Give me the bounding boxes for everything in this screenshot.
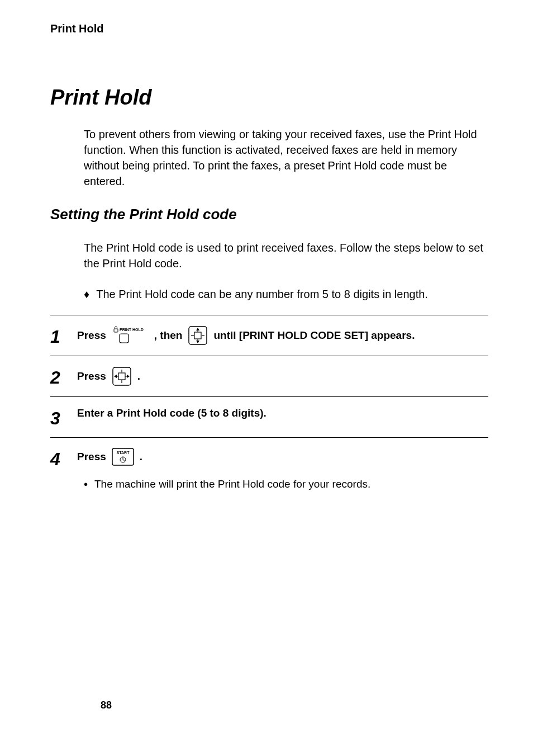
step2-period: . (137, 370, 140, 382)
svg-marker-7 (196, 328, 199, 330)
sub-paragraph: The Print Hold code is used to print rec… (84, 240, 488, 271)
svg-line-23 (123, 460, 125, 461)
section-subtitle: Setting the Print Hold code (50, 206, 488, 223)
nav-key-icon (188, 325, 208, 346)
svg-rect-12 (118, 373, 125, 380)
svg-marker-16 (127, 375, 130, 378)
diamond-icon: ♦ (84, 288, 89, 301)
step-3: 3 Enter a Print Hold code (5 to 8 digits… (50, 396, 488, 437)
page-number: 88 (101, 700, 112, 711)
step-number: 1 (50, 325, 77, 346)
start-button-icon: START (112, 448, 134, 466)
step-number: 4 (50, 448, 77, 468)
step1-press: Press (77, 329, 106, 342)
step-2: 2 Press . (50, 356, 488, 396)
bullet-dot-icon: • (84, 478, 88, 491)
step1-until: until [PRINT HOLD CODE SET] appears. (213, 329, 415, 342)
step-1: 1 Press PRINT HOLD , then (50, 315, 488, 356)
print-hold-button-icon: PRINT HOLD (112, 326, 149, 345)
step-number: 2 (50, 366, 77, 386)
note-text: The Print Hold code can be any number fr… (96, 288, 428, 301)
svg-rect-2 (120, 334, 129, 343)
svg-text:PRINT HOLD: PRINT HOLD (120, 328, 144, 332)
svg-marker-15 (114, 375, 117, 378)
step1-then: , then (154, 329, 183, 342)
nav-key-icon (112, 366, 132, 386)
step4-bullet: • The machine will print the Print Hold … (84, 478, 488, 491)
svg-text:START: START (116, 451, 130, 455)
step-4: 4 Press START . • The machine will print… (50, 437, 488, 501)
main-title: Print Hold (50, 86, 488, 110)
note-bullet: ♦ The Print Hold code can be any number … (84, 288, 488, 301)
step2-press: Press (77, 370, 106, 382)
svg-rect-4 (194, 332, 201, 339)
svg-marker-8 (196, 341, 199, 343)
step-number: 3 (50, 407, 77, 427)
step4-press: Press (77, 451, 106, 463)
svg-rect-0 (114, 329, 118, 332)
step4-bullet-text: The machine will print the Print Hold co… (94, 478, 370, 490)
step4-period: . (140, 451, 142, 463)
step3-text: Enter a Print Hold code (5 to 8 digits). (77, 407, 266, 419)
running-header: Print Hold (50, 22, 488, 35)
intro-paragraph: To prevent others from viewing or taking… (84, 126, 488, 189)
